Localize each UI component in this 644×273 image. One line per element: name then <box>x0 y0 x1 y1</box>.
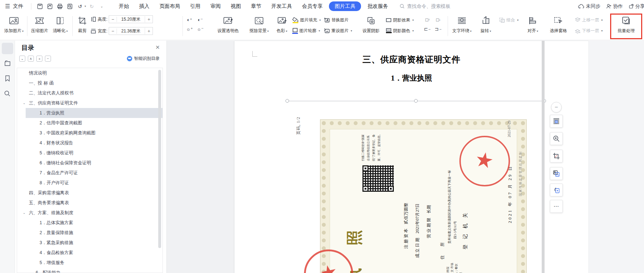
tab-page-layout[interactable]: 页面布局 <box>154 1 185 11</box>
tab-home[interactable]: 开始 <box>114 1 134 11</box>
toc-item[interactable]: 8．开户许可证 <box>17 178 163 188</box>
picture-link-button[interactable] <box>550 184 563 196</box>
increase-brightness-icon[interactable]: ☼⁺ <box>185 25 195 33</box>
command-search[interactable]: 查找命令、搜索模板 <box>400 3 450 10</box>
remove-background-button[interactable]: 抠除背景▾ <box>246 14 272 38</box>
shadow-right-icon[interactable]: ⊐→ <box>433 25 443 33</box>
toc-item[interactable]: 3．紧急采购措施 <box>17 238 163 248</box>
tab-correction-service[interactable]: 批改服务 <box>362 1 393 11</box>
save-as-picture-button[interactable] <box>550 167 563 180</box>
folder-panel-icon[interactable] <box>2 58 13 69</box>
toc-item[interactable]: ⌄三、供应商资格证明文件 <box>17 98 163 108</box>
width-increase-button[interactable]: ＋ <box>145 28 153 34</box>
shadow-left-icon[interactable]: ⊏← <box>423 25 433 33</box>
toc-item[interactable]: ⌄六、方案、措施及制度 <box>17 208 163 218</box>
selection-handle-top-left[interactable] <box>285 99 289 103</box>
view-original-button[interactable] <box>550 132 563 145</box>
smart-recognize-toc-button[interactable]: 智能识别目录 <box>127 56 160 62</box>
layout-options-button[interactable] <box>550 115 563 128</box>
bookmark-panel-icon[interactable] <box>2 73 13 84</box>
undo-icon[interactable]: ↺ <box>76 2 84 11</box>
toc-item[interactable]: ⌄6．配送能力 <box>17 268 163 273</box>
batch-process-button[interactable]: 批量处理 <box>612 14 641 38</box>
toc-item[interactable]: 情况说明 <box>17 68 163 78</box>
sharpen-button[interactable]: 清晰化▾ <box>51 14 70 38</box>
business-license-image[interactable]: 扫描二维码登录“国家企业信用信息公示系统”了解更多登记、备案、许可、监管信息。 … <box>320 119 527 273</box>
toc-item[interactable]: 2．质量保障措施 <box>17 228 163 238</box>
collapse-toolbar-button[interactable]: − <box>551 102 562 113</box>
expand-all-button[interactable]: ⌄ <box>19 56 25 62</box>
tab-member[interactable]: 会员专享 <box>297 1 328 11</box>
bring-forward-button[interactable]: 上移一层▾ <box>575 16 603 24</box>
main-menu-icon[interactable]: ☰ <box>4 3 11 10</box>
selection-handle-top-middle[interactable] <box>414 99 418 103</box>
tab-review[interactable]: 审阅 <box>205 1 226 11</box>
width-value[interactable]: 21.36厘米 <box>117 28 145 34</box>
picture-fill-button[interactable]: 图片填充▾ <box>292 16 321 24</box>
zoom-out-toc-button[interactable]: − <box>45 56 51 62</box>
selection-pane-button[interactable]: 选择窗格 <box>545 14 572 38</box>
toc-item[interactable]: 6．缴纳社会保障资金证明 <box>17 158 163 168</box>
compress-picture-button[interactable]: 压缩图片 <box>29 14 50 38</box>
document-scrollbar[interactable] <box>542 41 545 273</box>
toc-item[interactable]: 五、商务要求偏离表 <box>17 198 163 208</box>
toc-item[interactable]: 一、投 标 函 <box>17 78 163 88</box>
height-increase-button[interactable]: ＋ <box>145 16 153 22</box>
more-options-button[interactable]: ⋯ <box>550 200 563 213</box>
tab-view[interactable]: 视图 <box>226 1 246 11</box>
toc-item[interactable]: 1．总体实施方案 <box>17 218 163 228</box>
customize-toolbar-icon[interactable]: ⌄ <box>97 2 106 11</box>
replace-picture-button[interactable]: 替换图片 <box>324 16 349 24</box>
toc-item[interactable]: 二、法定代表人授权书 <box>17 88 163 98</box>
toc-item-selected[interactable]: 1．营业执照 <box>26 108 163 118</box>
toc-item[interactable]: 5．缴纳税收证明 <box>17 148 163 158</box>
crop-button[interactable]: 裁剪 <box>75 14 90 38</box>
set-shadow-button[interactable]: 设置阴影 <box>359 14 383 38</box>
collapse-all-button[interactable]: ∧ <box>28 56 34 62</box>
close-sidebar-icon[interactable]: ✕ <box>155 44 160 51</box>
shadow-down-icon[interactable]: □↓ <box>433 15 443 24</box>
toc-panel-icon[interactable] <box>2 43 13 54</box>
toc-item[interactable]: 3．中国政府采购网查询截图 <box>17 128 163 138</box>
export-icon[interactable] <box>46 2 54 11</box>
shadow-effect-button[interactable]: 阴影效果▾ <box>386 16 414 24</box>
tab-references[interactable]: 引用 <box>185 1 205 11</box>
toc-item[interactable]: 四、采购需求偏离表 <box>17 188 163 198</box>
crop-image-button[interactable] <box>550 150 563 163</box>
toc-item[interactable]: 5．增值服务 <box>17 258 163 268</box>
increase-contrast-icon[interactable]: ◐⁺ <box>185 15 195 24</box>
send-backward-button[interactable]: 下移一层▾ <box>575 27 603 35</box>
decrease-brightness-icon[interactable]: ☼⁻ <box>195 25 205 33</box>
toc-item[interactable]: 4．财务状况报告 <box>17 138 163 148</box>
zoom-in-toc-button[interactable]: ＋ <box>36 56 42 62</box>
toc-item[interactable]: 7．食品生产许可证 <box>17 168 163 178</box>
redo-icon[interactable]: ↻ <box>87 2 96 11</box>
width-decrease-button[interactable]: − <box>109 29 117 34</box>
add-picture-button[interactable]: 添加图片▾ <box>2 14 26 38</box>
picture-outline-button[interactable]: 图片轮廓▾ <box>292 27 320 35</box>
rotate-button[interactable]: 旋转▾ <box>476 14 495 38</box>
document-page[interactable]: 三、供应商资格证明文件 1．营业执照 页码, 1/2 扫描二维码登录“国家企业信… <box>235 41 588 273</box>
sidebar-scrollbar[interactable] <box>158 70 161 248</box>
print-icon[interactable] <box>56 2 64 11</box>
tab-insert[interactable]: 插入 <box>134 1 154 11</box>
height-decrease-button[interactable]: − <box>109 17 117 22</box>
group-button[interactable]: 组合▾ <box>499 16 519 24</box>
align-button[interactable]: 对齐▾ <box>523 14 542 38</box>
undo-dropdown-icon[interactable]: ▾ <box>84 5 86 8</box>
toc-item[interactable]: 4．食品检验方案 <box>17 248 163 258</box>
tab-section[interactable]: 章节 <box>246 1 266 11</box>
text-wrap-button[interactable]: 文字环绕▾ <box>450 14 474 38</box>
height-value[interactable]: 15.20厘米 <box>117 16 145 22</box>
set-transparent-color-button[interactable]: 设置透明色 <box>213 14 243 38</box>
reset-picture-button[interactable]: 重设图片▾ <box>324 27 352 35</box>
collaborate-button[interactable]: 协作 <box>606 3 623 10</box>
tab-picture-tools[interactable]: 图片工具 <box>329 1 361 11</box>
shadow-up-icon[interactable]: □↑ <box>423 15 433 24</box>
tab-developer[interactable]: 开发工具 <box>266 1 297 11</box>
share-button[interactable]: 分享 <box>629 3 644 10</box>
sync-status[interactable]: 未同步 <box>578 3 601 10</box>
color-button[interactable]: 色彩▾ <box>274 14 290 38</box>
find-panel-icon[interactable] <box>2 88 13 99</box>
file-menu[interactable]: 文件 <box>13 3 23 10</box>
